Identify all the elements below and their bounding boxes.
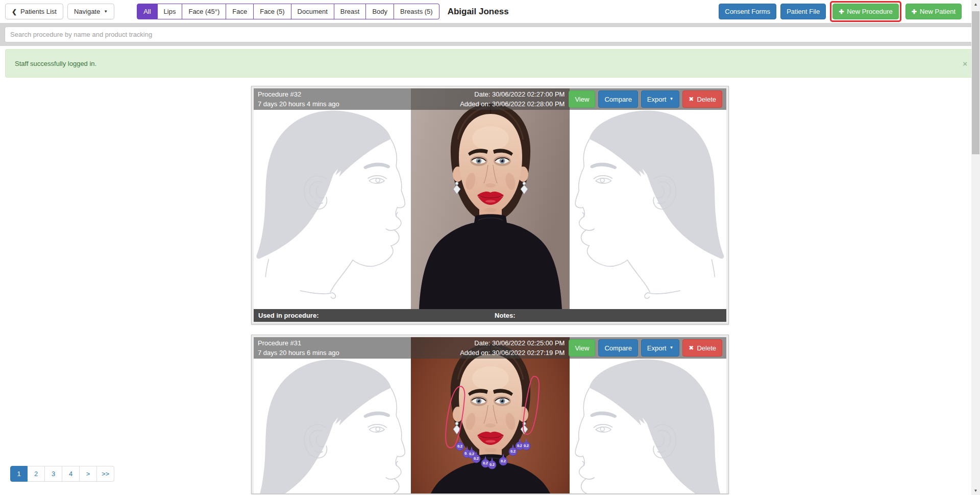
alert-message: Staff successfully logged in. bbox=[15, 60, 96, 67]
export-dropdown[interactable]: Export ▼ bbox=[641, 339, 680, 357]
compare-button[interactable]: Compare bbox=[598, 90, 638, 108]
page-title: Abigail Joness bbox=[448, 7, 509, 17]
top-toolbar: ❮ Patients List Navigate ▼ All Lips Face… bbox=[0, 0, 980, 23]
profile-silhouette-left bbox=[254, 337, 411, 494]
compare-button[interactable]: Compare bbox=[598, 339, 638, 357]
procedure-date: Date: 30/06/2022 02:27:00 PM bbox=[460, 89, 565, 100]
view-button[interactable]: View bbox=[569, 339, 595, 357]
tab-face-5[interactable]: Face (5) bbox=[254, 4, 291, 19]
page-3[interactable]: 3 bbox=[45, 466, 62, 482]
consent-forms-button[interactable]: Consent Forms bbox=[719, 4, 776, 19]
chevron-left-icon: ❮ bbox=[12, 8, 17, 15]
pagination: 1 2 3 4 > >> bbox=[10, 466, 114, 482]
procedure-card-32: Procedure #32 7 days 20 hours 4 mins ago… bbox=[251, 86, 729, 324]
tab-document[interactable]: Document bbox=[291, 4, 334, 19]
page-2[interactable]: 2 bbox=[28, 466, 45, 482]
patient-photo-annotated: 0.20.20.20.20.20.20.20.20.20.2 bbox=[411, 337, 570, 494]
category-tabs: All Lips Face (45°) Face Face (5) Docume… bbox=[137, 4, 439, 19]
page-last[interactable]: >> bbox=[97, 466, 114, 482]
procedure-title: Procedure #32 bbox=[258, 89, 339, 100]
notes-label: Notes: bbox=[495, 312, 515, 319]
new-patient-button[interactable]: ✚ New Patient bbox=[905, 4, 962, 19]
procedure-header-overlay: Procedure #32 7 days 20 hours 4 mins ago… bbox=[254, 88, 726, 110]
svg-text:0.2: 0.2 bbox=[469, 452, 474, 456]
procedure-added: Added on: 30/06/2022 02:28:00 PM bbox=[460, 99, 565, 109]
tab-face[interactable]: Face bbox=[226, 4, 254, 19]
plus-icon: ✚ bbox=[839, 8, 844, 15]
tab-breasts-5[interactable]: Breasts (5) bbox=[394, 4, 439, 19]
procedure-date: Date: 30/06/2022 02:25:00 PM bbox=[460, 338, 565, 348]
search-input[interactable] bbox=[5, 27, 975, 42]
navigate-label: Navigate bbox=[74, 8, 100, 15]
svg-text:0.2: 0.2 bbox=[524, 444, 529, 447]
page-1[interactable]: 1 bbox=[10, 466, 28, 482]
search-band bbox=[0, 23, 980, 46]
export-dropdown[interactable]: Export ▼ bbox=[641, 90, 680, 108]
procedure-card-31: 0.20.20.20.20.20.20.20.20.20.2 Procedure… bbox=[251, 335, 729, 494]
procedure-age: 7 days 20 hours 4 mins ago bbox=[258, 99, 339, 109]
svg-text:0.2: 0.2 bbox=[489, 463, 495, 466]
vertical-scrollbar[interactable]: ▲ ▼ bbox=[971, 0, 980, 495]
procedure-header-overlay: Procedure #31 7 days 20 hours 6 mins ago… bbox=[254, 337, 726, 359]
patient-file-button[interactable]: Patient File bbox=[780, 4, 826, 19]
tab-all[interactable]: All bbox=[137, 4, 157, 19]
svg-text:0.2: 0.2 bbox=[483, 461, 488, 465]
new-procedure-button[interactable]: ✚ New Procedure bbox=[832, 4, 899, 19]
patients-list-label: Patients List bbox=[20, 8, 57, 15]
page-next[interactable]: > bbox=[80, 466, 97, 482]
caret-down-icon: ▼ bbox=[669, 97, 673, 101]
svg-text:0.2: 0.2 bbox=[457, 444, 462, 448]
procedure-32-media: Procedure #32 7 days 20 hours 4 mins ago… bbox=[254, 88, 726, 309]
delete-button[interactable]: ✖ Delete bbox=[682, 90, 722, 108]
svg-text:0.2: 0.2 bbox=[474, 457, 479, 460]
procedure-age: 7 days 20 hours 6 mins ago bbox=[258, 348, 339, 358]
profile-silhouette-right bbox=[570, 88, 727, 309]
scroll-up-icon[interactable]: ▲ bbox=[971, 0, 980, 9]
svg-text:0.2: 0.2 bbox=[517, 444, 522, 447]
scrollbar-thumb[interactable] bbox=[972, 11, 979, 154]
plus-icon: ✚ bbox=[912, 8, 917, 15]
procedure-footer-bar: Used in procedure: Notes: bbox=[254, 309, 726, 322]
view-button[interactable]: View bbox=[569, 90, 595, 108]
procedure-title: Procedure #31 bbox=[258, 338, 339, 348]
profile-silhouette-right bbox=[570, 337, 727, 494]
tab-face-45[interactable]: Face (45°) bbox=[182, 4, 226, 19]
tab-breast[interactable]: Breast bbox=[334, 4, 366, 19]
profile-silhouette-left bbox=[254, 88, 411, 309]
used-in-procedure-label: Used in procedure: bbox=[258, 312, 495, 319]
close-icon[interactable]: × bbox=[963, 59, 967, 68]
procedure-added: Added on: 30/06/2022 02:27:19 PM bbox=[460, 348, 565, 358]
patients-list-button[interactable]: ❮ Patients List bbox=[5, 4, 63, 19]
svg-text:0.2: 0.2 bbox=[510, 450, 516, 453]
navigate-dropdown[interactable]: Navigate ▼ bbox=[67, 4, 114, 19]
patient-photo bbox=[411, 88, 570, 309]
delete-button[interactable]: ✖ Delete bbox=[682, 339, 722, 357]
success-alert: Staff successfully logged in. × bbox=[5, 49, 975, 78]
click-highlight-annotation: ✚ New Procedure bbox=[830, 1, 901, 22]
scroll-down-icon[interactable]: ▼ bbox=[971, 486, 980, 495]
x-icon: ✖ bbox=[689, 344, 694, 351]
caret-down-icon: ▼ bbox=[104, 10, 108, 14]
procedure-31-media: 0.20.20.20.20.20.20.20.20.20.2 Procedure… bbox=[254, 337, 726, 494]
top-actions: Consent Forms Patient File ✚ New Procedu… bbox=[719, 1, 962, 22]
x-icon: ✖ bbox=[689, 96, 694, 103]
tab-lips[interactable]: Lips bbox=[158, 4, 183, 19]
page-4[interactable]: 4 bbox=[62, 466, 80, 482]
svg-text:0.2: 0.2 bbox=[501, 459, 506, 463]
caret-down-icon: ▼ bbox=[669, 346, 673, 350]
tab-body[interactable]: Body bbox=[366, 4, 394, 19]
